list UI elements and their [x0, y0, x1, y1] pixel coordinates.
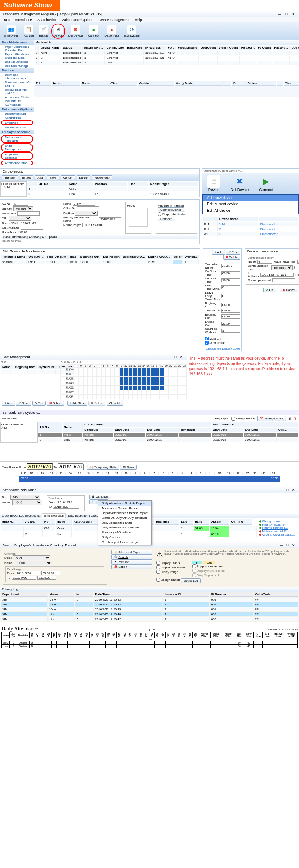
tb-report[interactable]: 📄Report: [37, 24, 50, 38]
rm-create[interactable]: Create report for current grid: [98, 540, 151, 545]
emp-add[interactable]: Add: [35, 175, 45, 180]
dm-android[interactable]: [294, 266, 298, 269]
design-report-chk2[interactable]: [156, 578, 160, 582]
stt-bIn[interactable]: [221, 303, 240, 307]
menu-maintenance[interactable]: Maintenance/Options: [61, 18, 93, 22]
change-color-link[interactable]: Change the Display Color: [206, 347, 240, 350]
connect-device-button[interactable]: Connect Device: [158, 207, 184, 212]
side-import-attendance-checking-data[interactable]: Import Attendance Checking Data: [0, 45, 34, 52]
stt-off[interactable]: [221, 278, 240, 282]
side-attendance-rule[interactable]: Attendance Rule: [1, 161, 33, 165]
print-icon[interactable]: 🖨: [288, 417, 291, 420]
menu-search[interactable]: Search/Print: [37, 18, 56, 22]
must-cin[interactable]: [205, 337, 209, 340]
title-select[interactable]: [9, 216, 31, 221]
maximize-button[interactable]: ☐: [283, 12, 289, 16]
delete-button[interactable]: ✖Delete: [223, 255, 240, 260]
modify-log-button[interactable]: Modify Log: [181, 578, 201, 583]
tb-connect[interactable]: ●Connect: [86, 24, 101, 38]
rm-dailyot[interactable]: Daily Overtime: [98, 535, 151, 540]
name-input[interactable]: [73, 202, 95, 206]
gender-select[interactable]: Female: [13, 206, 33, 211]
menu-attendance[interactable]: Attendance: [15, 18, 32, 22]
ac-dep[interactable]: XIMI: [10, 495, 40, 500]
preview-button[interactable]: 👁 Preview: [111, 559, 152, 564]
sm-addtime[interactable]: +Add Time: [67, 401, 87, 406]
link-append[interactable]: Append Clock In/Out L…: [262, 533, 295, 536]
minimize-button[interactable]: —: [277, 12, 283, 16]
emp-import[interactable]: Import: [20, 175, 34, 180]
stt-eIn[interactable]: [221, 309, 240, 313]
close-button[interactable]: ✕: [290, 12, 296, 16]
ac-from[interactable]: [57, 500, 83, 504]
tab-shiftex[interactable]: Shift Exception: [42, 513, 65, 518]
side-employee[interactable]: Employee: [1, 120, 33, 125]
design-report-chk[interactable]: [231, 417, 235, 421]
stt-late[interactable]: [221, 285, 240, 289]
office-input[interactable]: [77, 206, 99, 210]
link-changecolor[interactable]: Change color…: [262, 520, 283, 523]
menu-edit-all[interactable]: Edit All device: [203, 207, 298, 214]
emp-transfer[interactable]: Transfer: [2, 175, 18, 180]
dm-cancel[interactable]: ✖Cancel: [280, 288, 298, 292]
calculate-button[interactable]: 🖩 Calculate: [89, 495, 111, 499]
side-administrator[interactable]: Administrator: [0, 116, 34, 120]
help-icon[interactable]: ❓: [293, 417, 297, 420]
sm-close[interactable]: ✕: [178, 355, 184, 359]
depart-input[interactable]: [99, 217, 121, 221]
emp-facegroup[interactable]: FaceGroup: [92, 175, 112, 180]
sm-clear[interactable]: Clear All: [107, 401, 123, 406]
arrange-shifts-button[interactable]: 📅 Arrange Shifts: [257, 416, 286, 421]
sched-to[interactable]: [58, 463, 84, 470]
rm-general[interactable]: Attendance General Report: [98, 506, 151, 511]
stt-eOut[interactable]: [221, 322, 240, 326]
rm-onoff[interactable]: Staff's On-Duty/Off-Duty Timetable: [98, 515, 151, 520]
tb-exit-system[interactable]: ⟳Exit system: [123, 24, 142, 38]
dm-ok[interactable]: ✔OK: [263, 288, 277, 292]
connect-button[interactable]: Connect: [158, 217, 174, 221]
menu-edit-current[interactable]: Edit current device: [203, 201, 298, 207]
big-connect[interactable]: ▶Connect: [254, 173, 278, 194]
sm-save[interactable]: ✔Save: [16, 401, 31, 406]
s-from-t[interactable]: [41, 571, 60, 575]
link-filter-ex[interactable]: Filter by exception: [262, 523, 286, 526]
dm-pwd[interactable]: [272, 278, 295, 282]
ac-to[interactable]: [53, 505, 79, 509]
s-name[interactable]: 《All》: [15, 561, 52, 565]
rm-depart[interactable]: Depart Attendance Statistic Report: [98, 511, 151, 515]
tb-del-device[interactable]: ✖Del Device: [67, 24, 85, 38]
side-upload-user-info-and-fp[interactable]: Upload user info and FP: [0, 88, 34, 95]
sm-deltime[interactable]: ✖Delete: [88, 401, 105, 406]
must-cout[interactable]: [205, 341, 209, 345]
side-ac-manage[interactable]: AC Manage: [0, 103, 34, 107]
menu-add-device[interactable]: Add new device: [203, 195, 298, 201]
stt-early[interactable]: [221, 294, 240, 298]
sched-save-button[interactable]: 💾 Save: [120, 465, 136, 470]
side-employee-schedule[interactable]: Employee Schedule: [1, 152, 33, 160]
side-attendance-photo-management[interactable]: Attendance Photo Management: [0, 95, 34, 103]
s-dep[interactable]: XIMI: [13, 555, 50, 560]
link-maint[interactable]: Maintenance AL/BL: [262, 530, 288, 533]
stt-bOut[interactable]: [221, 314, 240, 319]
acno-input[interactable]: [13, 202, 28, 206]
tab-clocklog[interactable]: Clock In/Out Log Exceptions: [2, 514, 40, 517]
disp-work[interactable]: [156, 565, 160, 569]
emp-cancel[interactable]: Cancel: [61, 175, 75, 180]
stt-work[interactable]: [221, 329, 240, 333]
side-download-attendance-logs[interactable]: Download attendance logs: [0, 73, 34, 80]
side-department-list[interactable]: Department List: [0, 112, 34, 116]
rm-ot[interactable]: Daily Attendance OT Report: [98, 525, 151, 530]
dm-name[interactable]: [257, 260, 272, 264]
side-download-user-info-and-fp[interactable]: Download user info and Fp: [0, 80, 34, 88]
side-usb-disk-manage[interactable]: Usb Disk Manage: [0, 64, 34, 68]
stt-on[interactable]: [221, 271, 240, 275]
link-filter-tt[interactable]: Filter to timetable…: [262, 526, 288, 530]
menu-data[interactable]: Data: [3, 18, 10, 22]
tab-basic[interactable]: Basic Information: [3, 235, 27, 239]
tb-ac-log[interactable]: 📋AC Log: [22, 24, 36, 38]
menu-device[interactable]: Device management: [99, 18, 130, 22]
menu-help[interactable]: Help: [135, 18, 142, 22]
s-to-t[interactable]: [37, 576, 56, 580]
side-database-option[interactable]: Database Option: [0, 125, 34, 130]
fp-device-radio[interactable]: [158, 212, 161, 216]
